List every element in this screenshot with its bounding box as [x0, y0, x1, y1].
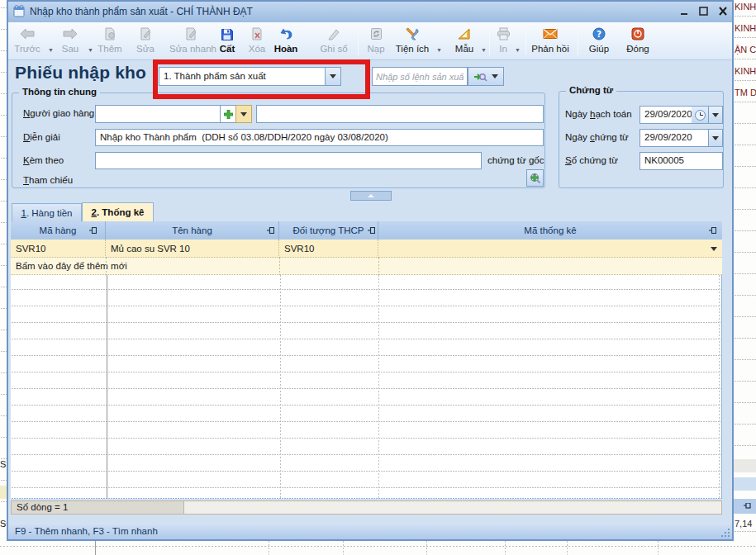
table-cell-doi-tuong-thcp[interactable]: SVR10: [279, 240, 378, 258]
production-order-input[interactable]: [373, 68, 467, 85]
toolbar-previous-button[interactable]: Trước: [10, 26, 45, 57]
save-icon: [213, 26, 241, 42]
table-cell-ma-thong-ke[interactable]: [378, 240, 722, 258]
background-grid-bottom: [0, 541, 756, 555]
background-grey-cell: [734, 459, 756, 472]
grid-line: [106, 258, 107, 275]
template-icon: [450, 26, 478, 42]
doc-no-value: NK00005: [640, 153, 722, 168]
chevron-down-icon[interactable]: ▼: [436, 47, 442, 53]
description-label: Diễn giải: [23, 132, 60, 142]
add-document-icon: [96, 26, 124, 42]
delete-icon: [245, 26, 269, 42]
toolbar-template-button[interactable]: Mẫu: [450, 26, 478, 57]
pin-icon[interactable]: [709, 227, 716, 233]
background-number: 7,14: [735, 519, 756, 529]
add-new-row[interactable]: Bấm vào đây để thêm mới: [11, 258, 722, 275]
reference-label: Tham chiếu: [23, 175, 73, 185]
chevron-down-icon[interactable]: ▼: [515, 47, 521, 53]
toolbar-feedback-button[interactable]: Phản hồi: [529, 26, 572, 57]
production-order-search-input[interactable]: [372, 67, 468, 86]
post-icon: [316, 26, 351, 42]
doc-no-input[interactable]: NK00005: [640, 152, 723, 170]
background-text-left-top: S: [0, 459, 7, 469]
toolbar-edit-button[interactable]: Sửa: [134, 26, 157, 57]
grid-line: [107, 275, 107, 499]
attachment-input[interactable]: [95, 152, 482, 169]
doc-date-label: Ngày chứng từ: [565, 132, 629, 142]
table-cell-ma-hang[interactable]: SVR10: [11, 240, 106, 258]
grid-line: [567, 541, 568, 555]
toolbar-close-button[interactable]: Đóng: [621, 26, 654, 57]
toolbar-undo-button[interactable]: Hoàn: [271, 26, 301, 57]
column-header-doi-tuong-thcp[interactable]: Đối tượng THCP: [279, 221, 378, 240]
plus-icon: [224, 110, 233, 119]
toolbar-load-button[interactable]: Nạp: [364, 26, 388, 57]
deliverer-label: Người giao hàng: [23, 108, 94, 118]
page-title: Phiếu nhập kho: [15, 63, 146, 83]
toolbar-separator: [489, 27, 490, 55]
table-cell-ten-hang[interactable]: Mủ cao su SVR 10: [106, 240, 279, 258]
toolbar-utilities-button[interactable]: Tiện ích: [392, 26, 432, 57]
grid-line: [426, 541, 427, 555]
chevron-down-icon: [492, 74, 498, 78]
grid-line: [343, 541, 344, 555]
grid-line: [505, 541, 506, 555]
arrow-right-icon: [56, 26, 84, 42]
maximize-button[interactable]: [698, 7, 710, 17]
chevron-down-icon[interactable]: ▼: [88, 47, 93, 53]
chevron-down-icon[interactable]: ▼: [481, 47, 487, 53]
pin-icon[interactable]: [89, 227, 97, 233]
app-icon: [13, 5, 25, 17]
toolbar-post-button[interactable]: Ghi sổ: [316, 26, 351, 57]
toolbar-separator: [578, 27, 578, 55]
tab-hang-tien[interactable]: 1. Hàng tiền: [12, 203, 82, 221]
column-header-ma-thong-ke[interactable]: Mã thống kê: [378, 221, 722, 240]
resize-grip[interactable]: [720, 527, 730, 537]
posting-date-dropdown[interactable]: [708, 107, 722, 123]
table-empty-area[interactable]: [11, 275, 722, 499]
splitter-collapse-handle[interactable]: [350, 191, 392, 201]
chevron-down-icon[interactable]: [711, 247, 717, 251]
grid-line: [95, 541, 96, 555]
deliverer-dropdown-button[interactable]: [235, 105, 252, 123]
row-count-bar: Số dòng = 1: [11, 500, 722, 515]
print-icon: [494, 26, 512, 42]
background-row-text: KINH: [735, 23, 756, 33]
chevron-down-icon[interactable]: ▼: [48, 47, 54, 53]
add-deliverer-button[interactable]: [220, 105, 236, 123]
toolbar-separator: [525, 27, 526, 55]
doc-date-dropdown[interactable]: [708, 130, 722, 146]
doc-date-picker[interactable]: 29/09/2020: [640, 129, 723, 147]
toolbar-quick-edit-button[interactable]: Sửa nhanh: [169, 26, 212, 57]
toolbar-next-button[interactable]: Sau: [56, 26, 84, 57]
description-input[interactable]: Nhập kho Thành phẩm (DDH số 03.08/DDH/20…: [95, 129, 544, 146]
toolbar-help-button[interactable]: ? Giúp: [585, 26, 613, 57]
toolbar-delete-button[interactable]: Xóa: [245, 26, 269, 57]
background-cream-left: [0, 486, 7, 499]
utilities-icon: [392, 26, 432, 42]
chevron-down-icon: [240, 112, 247, 116]
toolbar-add-button[interactable]: Thêm: [96, 26, 124, 57]
posting-date-picker[interactable]: 29/09/2020: [640, 106, 723, 124]
doc-no-label: Số chứng từ: [565, 155, 618, 165]
add-reference-button[interactable]: [526, 169, 544, 187]
pin-icon: [744, 503, 751, 509]
minimize-button[interactable]: [679, 7, 691, 17]
column-header-ten-hang[interactable]: Tên hàng: [106, 221, 279, 240]
close-button[interactable]: [718, 7, 730, 17]
toolbar-save-button[interactable]: Cất: [213, 26, 241, 57]
tab-thong-ke[interactable]: 2. Thống kê: [82, 202, 154, 221]
deliverer-combobox[interactable]: [95, 105, 221, 123]
toolbar-print-button[interactable]: In: [494, 26, 512, 57]
fetch-order-button[interactable]: [468, 67, 504, 86]
deliverer-name-input[interactable]: [256, 105, 544, 123]
background-row-text: ẬN C: [735, 45, 756, 55]
grid-line: [269, 541, 269, 555]
edit-quick-icon: [169, 26, 212, 42]
calendar-clock-button[interactable]: [692, 107, 708, 123]
attachment-suffix-label: chứng từ gốc: [487, 155, 544, 165]
pin-icon[interactable]: [368, 227, 375, 233]
pin-icon[interactable]: [267, 227, 274, 233]
toolbar-separator: [358, 27, 359, 55]
